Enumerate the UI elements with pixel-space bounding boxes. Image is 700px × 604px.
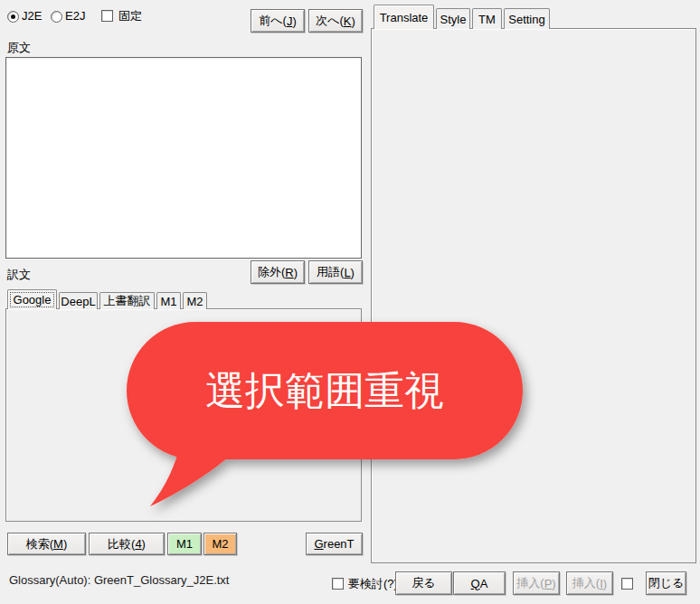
greent-dialog: J2E E2J 固定 前へ(J) 次へ(K) 原文 訳文 除外(R) 用語(L)…	[0, 0, 700, 604]
compare-button[interactable]: 比較(4)	[89, 533, 165, 555]
radio-j2e[interactable]	[7, 11, 19, 23]
radio-e2j-label: E2J	[65, 9, 85, 23]
back-button[interactable]: 戻る	[395, 571, 452, 595]
source-textarea[interactable]	[5, 57, 362, 259]
tab-google[interactable]: Google	[7, 289, 57, 309]
fixed-checkbox-label: 固定	[118, 9, 142, 23]
close-button[interactable]: 閉じる	[646, 571, 686, 595]
radio-e2j[interactable]	[51, 11, 62, 23]
radio-j2e-label: J2E	[22, 9, 42, 23]
glossary-status-text: Glossary(Auto): GreenT_Glossary_J2E.txt	[9, 573, 229, 587]
review-checkbox-label: 要検討(?)	[348, 577, 398, 590]
tab-setting[interactable]: Setting	[504, 8, 550, 29]
target-label: 訳文	[7, 268, 31, 281]
insert-p-button[interactable]: 挿入(P)	[513, 571, 560, 595]
search-button[interactable]: 検索(M)	[7, 533, 86, 555]
insert-i-button[interactable]: 挿入(I)	[566, 571, 613, 595]
tab-style[interactable]: Style	[436, 8, 470, 29]
callout-bubble-text: 選択範囲重視	[205, 368, 444, 412]
prev-button[interactable]: 前へ(J)	[251, 9, 305, 33]
review-checkbox[interactable]	[332, 578, 344, 590]
greent-button[interactable]: GreenT	[306, 533, 363, 555]
tab-deepl[interactable]: DeepL	[59, 292, 98, 309]
fixed-checkbox[interactable]	[101, 10, 113, 22]
statusbar-extra-checkbox[interactable]	[621, 578, 633, 590]
next-button[interactable]: 次へ(K)	[308, 9, 363, 33]
tab-translate[interactable]: Translate	[374, 5, 434, 29]
term-button[interactable]: 用語(L)	[308, 260, 363, 284]
m1-button[interactable]: M1	[167, 533, 202, 555]
callout-bubble: 選択範囲重視	[114, 307, 548, 524]
source-label: 原文	[7, 41, 31, 54]
qa-button[interactable]: QA	[453, 571, 506, 595]
exclude-button[interactable]: 除外(R)	[251, 260, 305, 284]
m2-button[interactable]: M2	[203, 533, 237, 555]
tab-tm[interactable]: TM	[472, 8, 502, 29]
